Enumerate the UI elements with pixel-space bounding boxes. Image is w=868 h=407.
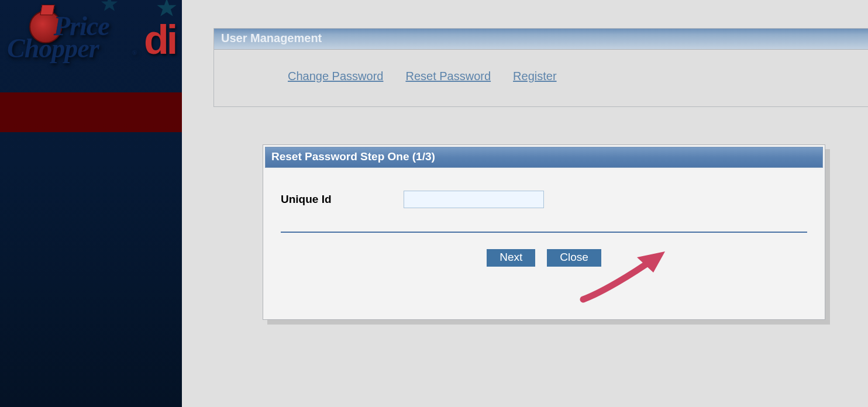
link-register[interactable]: Register (513, 70, 556, 83)
next-button[interactable]: Next (487, 249, 535, 267)
link-reset-password[interactable]: Reset Password (405, 70, 491, 83)
sidebar-red-band (0, 92, 182, 132)
user-management-links: Change Password Reset Password Register (214, 50, 868, 106)
dialog-button-row: Next Close (281, 249, 807, 267)
brand-logo: Price Chopper ® (11, 2, 139, 67)
user-management-panel: User Management Change Password Reset Pa… (213, 28, 868, 107)
brand-logo-text-2: Chopper (7, 33, 99, 64)
dialog-title: Reset Password Step One (1/3) (265, 147, 823, 168)
registered-mark: ® (132, 49, 137, 56)
unique-id-label: Unique Id (281, 193, 386, 206)
sidebar: Price Chopper ® di (0, 0, 182, 407)
sidebar-logo-area: Price Chopper ® di (0, 0, 182, 92)
dialog-body: Unique Id Next Close (263, 170, 825, 319)
reset-password-dialog: Reset Password Step One (1/3) Unique Id … (263, 144, 825, 320)
link-change-password[interactable]: Change Password (288, 70, 383, 83)
user-management-title: User Management (214, 29, 868, 50)
main-content: User Management Change Password Reset Pa… (182, 0, 868, 407)
brand-secondary-text: di (144, 16, 175, 63)
close-button[interactable]: Close (547, 249, 601, 267)
dialog-divider (281, 232, 807, 233)
unique-id-row: Unique Id (281, 191, 807, 208)
unique-id-input[interactable] (404, 191, 544, 208)
